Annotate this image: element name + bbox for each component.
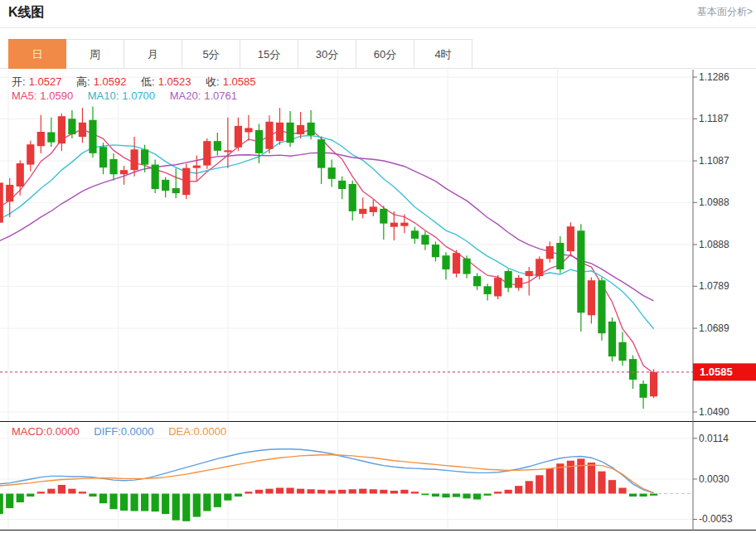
svg-text:0.0030: 0.0030 <box>699 473 729 485</box>
fundamental-analysis-link[interactable]: 基本面分析> <box>697 5 753 19</box>
svg-text:0.0114: 0.0114 <box>699 433 729 444</box>
close-value: 1.0585 <box>223 75 256 88</box>
main-candlestick-chart[interactable]: 1.12861.11871.10871.09881.08881.07891.06… <box>0 70 756 421</box>
macd-readout: MACD:0.0000 DIFF:0.0000 DEA:0.0000 <box>12 425 230 438</box>
svg-text:1.0988: 1.0988 <box>699 196 729 208</box>
tab-week[interactable]: 周 <box>66 39 124 69</box>
ma20-label: MA20: <box>170 90 201 102</box>
ma5-label: MA5: <box>12 90 36 102</box>
period-tabbar: 日 周 月 5分 15分 30分 60分 4时 <box>0 39 756 69</box>
svg-text:1.0585: 1.0585 <box>700 366 733 378</box>
macd-chart[interactable]: 0.01140.0030-0.0053 <box>0 421 756 533</box>
tab-30min[interactable]: 30分 <box>298 39 356 69</box>
svg-text:1.0888: 1.0888 <box>699 239 729 250</box>
open-label: 开: <box>12 75 26 88</box>
tab-5min[interactable]: 5分 <box>182 39 240 69</box>
chart-area: 1.12861.11871.10871.09881.08881.07891.06… <box>0 70 756 533</box>
page-header: K线图 基本面分析> <box>0 0 756 28</box>
tab-day[interactable]: 日 <box>8 39 66 69</box>
ma-readout: MA5:1.0590 MA10:1.0700 MA20:1.0761 <box>12 90 240 102</box>
ma20-value: 1.0761 <box>204 90 237 102</box>
ohlc-readout: 开:1.0527 高:1.0592 低:1.0523 收:1.0585 <box>12 75 259 90</box>
dea-label: DEA: <box>168 425 193 438</box>
svg-text:1.0490: 1.0490 <box>699 406 729 418</box>
svg-text:1.0789: 1.0789 <box>699 280 729 292</box>
ma5-value: 1.0590 <box>40 90 73 102</box>
svg-text:1.1187: 1.1187 <box>699 113 729 124</box>
macd-label: MACD: <box>12 425 46 438</box>
ma10-value: 1.0700 <box>122 90 155 102</box>
close-label: 收: <box>206 75 220 88</box>
low-value: 1.0523 <box>158 75 191 88</box>
dea-value: 0.0000 <box>194 425 227 438</box>
open-value: 1.0527 <box>29 75 62 88</box>
svg-text:1.1286: 1.1286 <box>699 71 729 83</box>
page-title: K线图 <box>8 4 45 22</box>
tab-4hour[interactable]: 4时 <box>414 39 472 69</box>
high-value: 1.0592 <box>94 75 127 88</box>
low-label: 低: <box>141 75 155 88</box>
svg-text:1.0689: 1.0689 <box>699 322 729 334</box>
high-label: 高: <box>76 75 90 88</box>
kline-page: { "header": {"title": "K线图", "link": "基本… <box>0 0 756 533</box>
diff-label: DIFF: <box>94 425 121 438</box>
ma10-label: MA10: <box>88 90 119 102</box>
period-tabs: 日 周 月 5分 15分 30分 60分 4时 <box>8 39 472 69</box>
tab-15min[interactable]: 15分 <box>240 39 298 69</box>
diff-value: 0.0000 <box>121 425 154 438</box>
tab-month[interactable]: 月 <box>124 39 182 69</box>
svg-text:1.1087: 1.1087 <box>699 155 729 167</box>
macd-value: 0.0000 <box>46 425 80 438</box>
svg-text:-0.0053: -0.0053 <box>699 513 733 525</box>
tab-60min[interactable]: 60分 <box>356 39 414 69</box>
